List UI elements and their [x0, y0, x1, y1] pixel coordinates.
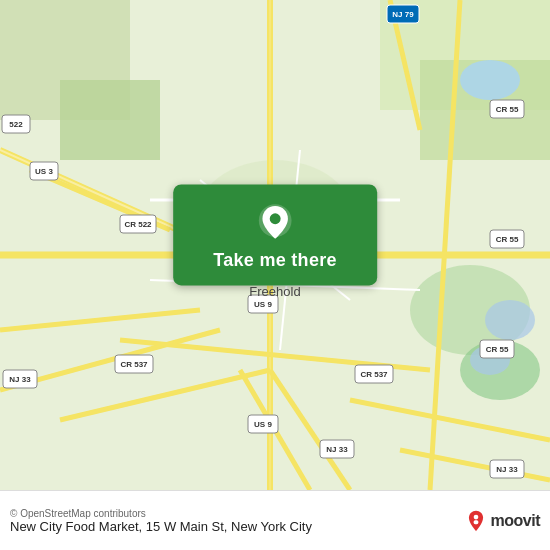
- footer-left: © OpenStreetMap contributors New City Fo…: [10, 508, 312, 534]
- svg-text:522: 522: [9, 120, 23, 129]
- navigation-panel: Take me there: [173, 184, 377, 285]
- svg-rect-3: [60, 80, 160, 160]
- svg-rect-62: [473, 520, 478, 524]
- svg-text:CR 522: CR 522: [124, 220, 152, 229]
- svg-text:CR 55: CR 55: [486, 345, 509, 354]
- svg-text:US 3: US 3: [35, 167, 53, 176]
- svg-text:CR 537: CR 537: [360, 370, 388, 379]
- green-cta-panel: Take me there: [173, 184, 377, 285]
- footer: © OpenStreetMap contributors New City Fo…: [0, 490, 550, 550]
- svg-text:CR 55: CR 55: [496, 105, 519, 114]
- svg-text:NJ 79: NJ 79: [392, 10, 414, 19]
- svg-point-60: [270, 213, 281, 224]
- svg-text:CR 55: CR 55: [496, 235, 519, 244]
- map-area[interactable]: NJ 79 US 3 522 CR 522 CR 55 CR 55 CR 55 …: [0, 0, 550, 490]
- svg-text:NJ 33: NJ 33: [496, 465, 518, 474]
- moovit-logo: moovit: [465, 510, 540, 532]
- moovit-pin-icon: [465, 510, 487, 532]
- location-pin-icon: [255, 202, 295, 242]
- svg-point-7: [460, 60, 520, 100]
- svg-point-8: [485, 300, 535, 340]
- osm-attribution: © OpenStreetMap contributors: [10, 508, 312, 519]
- svg-text:CR 537: CR 537: [120, 360, 148, 369]
- location-description: New City Food Market, 15 W Main St, New …: [10, 519, 312, 534]
- take-me-there-button[interactable]: Take me there: [213, 250, 337, 271]
- svg-text:US 9: US 9: [254, 420, 272, 429]
- svg-text:NJ 33: NJ 33: [9, 375, 31, 384]
- moovit-brand-text: moovit: [491, 512, 540, 530]
- svg-text:US 9: US 9: [254, 300, 272, 309]
- svg-point-61: [473, 514, 478, 519]
- svg-text:NJ 33: NJ 33: [326, 445, 348, 454]
